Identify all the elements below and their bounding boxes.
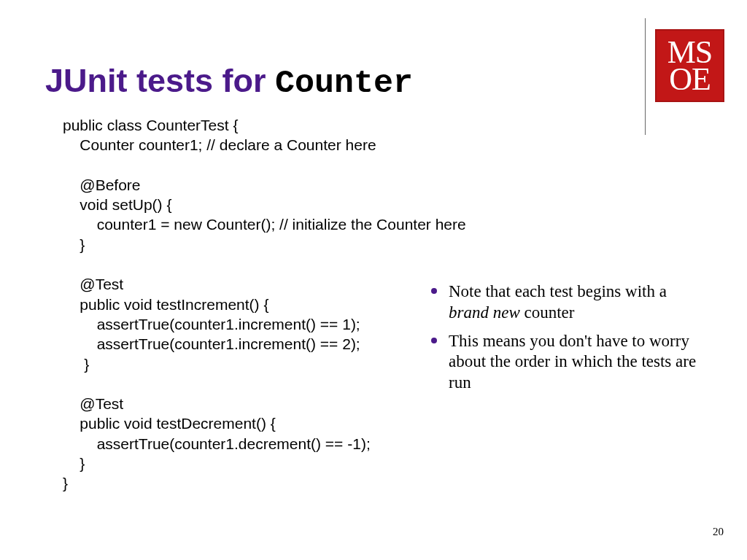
logo-divider [645, 18, 646, 135]
code-listing: public class CounterTest { Counter count… [63, 115, 486, 494]
logo-letter-e: E [692, 66, 711, 93]
notes-panel: Note that each test begins with a brand … [427, 281, 697, 401]
note-item-1: Note that each test begins with a brand … [427, 281, 697, 324]
title-class: Counter [275, 65, 413, 102]
slide-title: JUnit tests for Counter [45, 62, 413, 102]
msoe-logo: MS OE [655, 29, 724, 102]
note-item-2: This means you don't have to worry about… [427, 331, 697, 394]
slide: MS OE JUnit tests for Counter public cla… [0, 0, 747, 560]
logo-letter-o: O [669, 66, 692, 93]
title-prefix: JUnit tests for [45, 62, 275, 99]
page-number: 20 [713, 526, 724, 538]
